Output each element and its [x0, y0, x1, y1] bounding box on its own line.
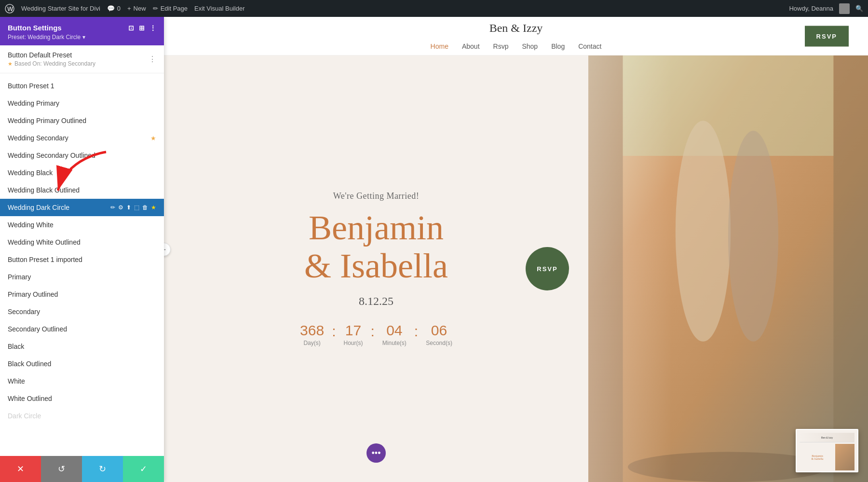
- list-item[interactable]: Wedding Secondary Outlined: [0, 147, 164, 164]
- hero-section: We're Getting Married! Benjamin & Isabel…: [164, 55, 868, 482]
- svg-rect-5: [833, 55, 868, 482]
- list-item[interactable]: Wedding Black: [0, 164, 164, 181]
- site-nav: Ben & Izzy Home About Rsvp Shop Blog Con…: [164, 17, 868, 55]
- list-item[interactable]: Wedding White Outlined: [0, 234, 164, 251]
- countdown-hours: 17 Hour(s): [343, 322, 363, 346]
- panel-bottom-bar: ✕ ↺ ↻ ✓: [0, 456, 164, 482]
- nav-rsvp-button[interactable]: RSVP: [805, 26, 849, 46]
- hero-subtitle: We're Getting Married!: [333, 191, 420, 201]
- hero-right-photo: Ben & Izzy Benjamin & Isabella: [588, 55, 868, 482]
- copy-action-icon[interactable]: ⬚: [134, 204, 139, 211]
- delete-action-icon[interactable]: 🗑: [142, 204, 148, 211]
- howdy-label: Howdy, Deanna: [789, 5, 833, 12]
- exit-builder-button[interactable]: Exit Visual Builder: [194, 5, 245, 12]
- list-item[interactable]: Secondary Outlined: [0, 320, 164, 338]
- reset-button[interactable]: ↺: [41, 456, 82, 482]
- wedding-dark-circle-item[interactable]: Wedding Dark Circle ✏ ⚙ ⬆ ⬚ 🗑 ★: [0, 199, 164, 216]
- nav-link-blog[interactable]: Blog: [551, 42, 565, 50]
- list-item[interactable]: Wedding Black Outlined: [0, 181, 164, 199]
- panel-subtitle: Preset: Wedding Dark Circle ▾: [8, 34, 156, 41]
- svg-point-8: [676, 121, 731, 342]
- nav-link-about[interactable]: About: [462, 42, 480, 50]
- preset-label[interactable]: Preset: Wedding Dark Circle ▾: [8, 34, 85, 41]
- list-item[interactable]: Black Outlined: [0, 355, 164, 372]
- list-item[interactable]: Primary Outlined: [0, 286, 164, 303]
- wp-logo[interactable]: W: [5, 4, 14, 14]
- hero-rsvp-circle[interactable]: RSVP: [526, 247, 569, 290]
- list-item[interactable]: Secondary: [0, 303, 164, 320]
- edit-page-button[interactable]: ✏ Edit Page: [153, 5, 188, 12]
- panel-title-icons: ⊡ ⊞ ⋮: [128, 24, 156, 32]
- comments-count[interactable]: 💬 0: [107, 5, 121, 12]
- countdown-sep-3: :: [414, 323, 418, 340]
- nav-link-home[interactable]: Home: [431, 42, 448, 50]
- countdown-sep-2: :: [371, 323, 375, 340]
- list-item[interactable]: Primary: [0, 268, 164, 286]
- mini-preview-content: Ben & Izzy Benjamin & Isabella: [797, 430, 857, 472]
- default-preset-item[interactable]: Button Default Preset ★ Based On: Weddin…: [0, 45, 164, 73]
- main-layout: Button Settings ⊡ ⊞ ⋮ Preset: Wedding Da…: [0, 17, 868, 482]
- avatar: [839, 3, 850, 14]
- svg-rect-3: [588, 55, 868, 482]
- cancel-button[interactable]: ✕: [0, 456, 41, 482]
- comments-icon: 💬: [107, 5, 115, 12]
- expand-icon: ↔: [164, 246, 167, 253]
- site-logo: Ben & Izzy: [489, 22, 543, 35]
- hero-left: We're Getting Married! Benjamin & Isabel…: [164, 55, 588, 482]
- list-item[interactable]: White Outlined: [0, 390, 164, 407]
- fullscreen-icon[interactable]: ⊡: [128, 24, 134, 32]
- list-item[interactable]: Button Preset 1 imported: [0, 251, 164, 268]
- list-item[interactable]: Black: [0, 338, 164, 355]
- settings-action-icon[interactable]: ⚙: [118, 204, 123, 211]
- hero-title: Benjamin & Isabella: [304, 209, 448, 285]
- grid-icon[interactable]: ⊞: [139, 24, 145, 32]
- preset-list: Button Preset 1 Wedding Primary Wedding …: [0, 73, 164, 456]
- new-button[interactable]: + New: [127, 5, 146, 12]
- svg-text:W: W: [7, 5, 14, 13]
- hero-more-button[interactable]: •••: [366, 443, 386, 463]
- couple-photo: [588, 55, 868, 482]
- edit-action-icon[interactable]: ✏: [110, 204, 115, 211]
- default-preset-more[interactable]: ⋮: [149, 55, 156, 64]
- svg-rect-4: [588, 55, 623, 482]
- list-item[interactable]: Wedding White: [0, 216, 164, 234]
- panel-header: Button Settings ⊡ ⊞ ⋮ Preset: Wedding Da…: [0, 17, 164, 45]
- search-icon[interactable]: 🔍: [855, 5, 863, 12]
- item-actions: ✏ ⚙ ⬆ ⬚ 🗑 ★: [110, 204, 156, 211]
- site-name[interactable]: Wedding Starter Site for Divi: [21, 5, 100, 12]
- nav-link-rsvp[interactable]: Rsvp: [493, 42, 509, 50]
- hero-date: 8.12.25: [359, 295, 393, 308]
- countdown-sep-1: :: [332, 323, 336, 340]
- nav-link-shop[interactable]: Shop: [522, 42, 538, 50]
- list-item[interactable]: Dark Circle: [0, 407, 164, 425]
- list-item[interactable]: Wedding Secondary ★: [0, 129, 164, 147]
- list-item[interactable]: Button Preset 1: [0, 77, 164, 95]
- star-icon: ★: [150, 135, 156, 142]
- edit-icon: ✏: [153, 5, 158, 12]
- countdown-minutes: 04 Minute(s): [382, 322, 407, 346]
- nav-links: Home About Rsvp Shop Blog Contact: [431, 42, 602, 50]
- svg-point-9: [728, 131, 778, 342]
- svg-rect-7: [623, 55, 834, 156]
- star-action-icon[interactable]: ★: [151, 204, 156, 211]
- countdown: 368 Day(s) : 17 Hour(s) : 04 Minute(s) :: [300, 322, 452, 346]
- mini-preview: Ben & Izzy Benjamin & Isabella: [796, 429, 858, 472]
- list-item[interactable]: White: [0, 372, 164, 390]
- countdown-days: 368 Day(s): [300, 322, 324, 346]
- website-preview: ↔ Ben & Izzy Home About Rsvp Shop Blog C…: [164, 17, 868, 482]
- admin-bar: W Wedding Starter Site for Divi 💬 0 + Ne…: [0, 0, 868, 17]
- countdown-seconds: 06 Second(s): [426, 322, 452, 346]
- panel-title-text: Button Settings: [8, 24, 62, 32]
- more-icon[interactable]: ⋮: [149, 24, 156, 32]
- upload-action-icon[interactable]: ⬆: [126, 204, 131, 211]
- left-panel: Button Settings ⊡ ⊞ ⋮ Preset: Wedding Da…: [0, 17, 164, 482]
- list-item[interactable]: Wedding Primary Outlined: [0, 112, 164, 129]
- redo-button[interactable]: ↻: [82, 456, 123, 482]
- panel-title: Button Settings ⊡ ⊞ ⋮: [8, 24, 156, 32]
- save-button[interactable]: ✓: [123, 456, 164, 482]
- nav-link-contact[interactable]: Contact: [578, 42, 601, 50]
- list-item[interactable]: Wedding Primary: [0, 95, 164, 112]
